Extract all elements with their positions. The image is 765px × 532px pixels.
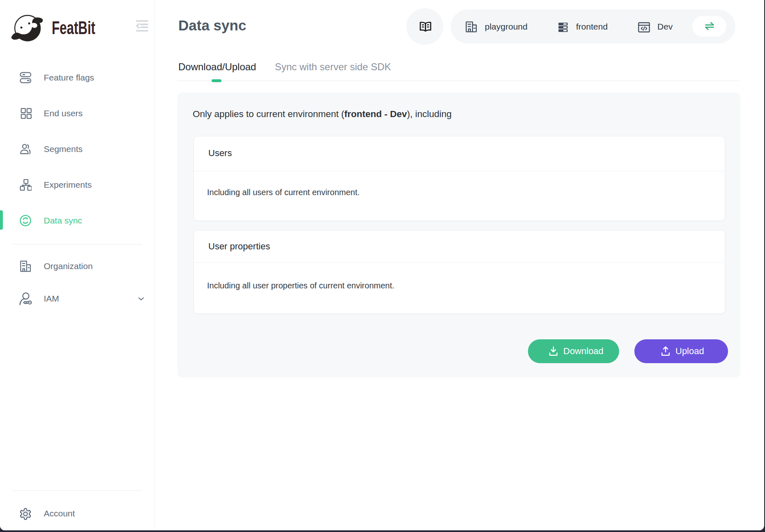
svg-text:FeatBit: FeatBit xyxy=(52,18,95,38)
